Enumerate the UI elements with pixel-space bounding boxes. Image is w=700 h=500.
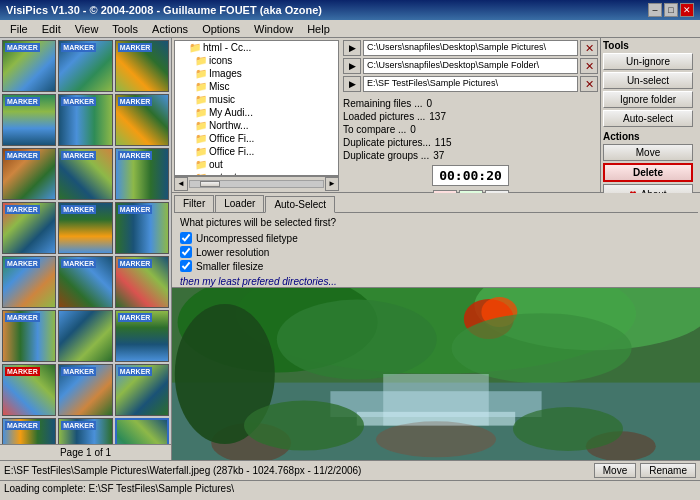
scroll-thumb[interactable] bbox=[200, 181, 220, 187]
status-rename-button[interactable]: Rename bbox=[640, 463, 696, 478]
path-add-button-1[interactable]: ▶ bbox=[343, 40, 361, 56]
thumbnail-item[interactable]: MARKER bbox=[115, 202, 169, 254]
svg-point-7 bbox=[452, 313, 632, 383]
move-button[interactable]: Move bbox=[603, 144, 693, 161]
path-row-3: ▶ E:\SF TestFiles\Sample Pictures\ ✕ bbox=[343, 76, 598, 92]
path-remove-button-1[interactable]: ✕ bbox=[580, 40, 598, 56]
checkbox-row-3: Smaller filesize bbox=[180, 260, 692, 272]
loading-bar: Loading complete: E:\SF TestFiles\Sample… bbox=[0, 480, 700, 496]
folder-list: 📁html - Cc... 📁icons 📁Images 📁Misc 📁musi… bbox=[174, 40, 339, 176]
unselect-button[interactable]: Un-select bbox=[603, 72, 693, 89]
thumbnail-item[interactable]: MARKER bbox=[58, 256, 112, 308]
folder-item[interactable]: 📁Northw... bbox=[175, 119, 338, 132]
checkbox-uncompressed-label: Uncompressed filetype bbox=[196, 233, 298, 244]
menu-actions[interactable]: Actions bbox=[146, 22, 194, 36]
main-content: MARKER MARKER MARKER MARKER MARKER MARKE… bbox=[0, 38, 700, 460]
tabs-container: Filter Loader Auto-Select What pictures … bbox=[172, 193, 700, 287]
path-remove-button-2[interactable]: ✕ bbox=[580, 58, 598, 74]
loaded-label: Loaded pictures ... bbox=[343, 111, 425, 122]
menu-window[interactable]: Window bbox=[248, 22, 299, 36]
tab-loader[interactable]: Loader bbox=[215, 195, 264, 212]
folder-item[interactable]: 📁Images bbox=[175, 67, 338, 80]
thumbnail-panel: MARKER MARKER MARKER MARKER MARKER MARKE… bbox=[0, 38, 172, 460]
thumbnail-item[interactable]: MARKER bbox=[58, 94, 112, 146]
path-add-button-2[interactable]: ▶ bbox=[343, 58, 361, 74]
minimize-button[interactable]: – bbox=[648, 3, 662, 17]
status-move-button[interactable]: Move bbox=[594, 463, 636, 478]
tab-filter[interactable]: Filter bbox=[174, 195, 214, 212]
checkbox-smaller-size-label: Smaller filesize bbox=[196, 261, 263, 272]
folder-item[interactable]: 📁Office Fi... bbox=[175, 145, 338, 158]
ignore-folder-button[interactable]: Ignore folder bbox=[603, 91, 693, 108]
thumbnail-item[interactable]: MARKER bbox=[115, 148, 169, 200]
folder-item[interactable]: 📁html - Cc... bbox=[175, 41, 338, 54]
remaining-value: 0 bbox=[426, 98, 432, 109]
thumbnail-item[interactable]: MARKER bbox=[58, 40, 112, 92]
checkbox-smaller-size[interactable] bbox=[180, 260, 192, 272]
thumbnail-item[interactable] bbox=[58, 310, 112, 362]
menu-view[interactable]: View bbox=[69, 22, 105, 36]
preview-area bbox=[172, 288, 700, 460]
svg-point-17 bbox=[513, 407, 623, 451]
thumbnail-grid: MARKER MARKER MARKER MARKER MARKER MARKE… bbox=[0, 38, 171, 444]
auto-select-tool-button[interactable]: Auto-select bbox=[603, 110, 693, 127]
thumbnail-item[interactable]: MARKER bbox=[58, 364, 112, 416]
checkbox-uncompressed[interactable] bbox=[180, 232, 192, 244]
path-remove-button-3[interactable]: ✕ bbox=[580, 76, 598, 92]
menu-edit[interactable]: Edit bbox=[36, 22, 67, 36]
checkbox-lower-res-label: Lower resolution bbox=[196, 247, 269, 258]
folder-item[interactable]: 📁Misc bbox=[175, 80, 338, 93]
path-row-2: ▶ C:\Users\snapfiles\Desktop\Sample Fold… bbox=[343, 58, 598, 74]
delete-button[interactable]: Delete bbox=[603, 163, 693, 182]
folder-item[interactable]: 📁music bbox=[175, 93, 338, 106]
path-box-2: C:\Users\snapfiles\Desktop\Sample Folder… bbox=[363, 58, 578, 74]
folder-item[interactable]: 📁out bbox=[175, 158, 338, 171]
menu-tools[interactable]: Tools bbox=[106, 22, 144, 36]
thumbnail-item[interactable]: MARKER bbox=[2, 310, 56, 362]
folder-item[interactable]: 📁My Audi... bbox=[175, 106, 338, 119]
checkbox-lower-res[interactable] bbox=[180, 246, 192, 258]
checkbox-row-2: Lower resolution bbox=[180, 246, 692, 258]
menu-file[interactable]: File bbox=[4, 22, 34, 36]
scroll-left-button[interactable]: ◄ bbox=[174, 177, 188, 191]
thumbnail-item[interactable]: MARKER bbox=[58, 148, 112, 200]
thumbnail-item[interactable]: MARKER bbox=[2, 418, 56, 444]
svg-point-12 bbox=[376, 421, 496, 457]
close-button[interactable]: ✕ bbox=[680, 3, 694, 17]
tools-section-label: Tools bbox=[603, 40, 698, 51]
thumbnail-item[interactable]: MARKER bbox=[2, 364, 56, 416]
thumbnail-item[interactable]: MARKER bbox=[2, 40, 56, 92]
scroll-track[interactable] bbox=[189, 180, 324, 188]
thumbnail-item[interactable]: MARKER bbox=[115, 94, 169, 146]
right-panel: 📁html - Cc... 📁icons 📁Images 📁Misc 📁musi… bbox=[172, 38, 700, 460]
window-controls: – □ ✕ bbox=[648, 3, 694, 17]
thumbnail-item[interactable]: MARKER bbox=[115, 364, 169, 416]
remaining-label: Remaining files ... bbox=[343, 98, 422, 109]
thumbnail-item[interactable]: MARKER bbox=[115, 40, 169, 92]
folder-item[interactable]: 📁Office Fi... bbox=[175, 132, 338, 145]
thumbnail-item[interactable]: MARKER bbox=[2, 202, 56, 254]
menu-options[interactable]: Options bbox=[196, 22, 246, 36]
thumbnail-item[interactable]: MARKER bbox=[2, 94, 56, 146]
menu-help[interactable]: Help bbox=[301, 22, 336, 36]
path-box-3: E:\SF TestFiles\Sample Pictures\ bbox=[363, 76, 578, 92]
thumbnail-item[interactable]: MARKER bbox=[115, 256, 169, 308]
thumbnail-item-selected[interactable] bbox=[115, 418, 169, 444]
svg-point-6 bbox=[277, 300, 437, 380]
thumbnail-item[interactable]: MARKER bbox=[2, 148, 56, 200]
thumbnail-item[interactable]: MARKER bbox=[58, 202, 112, 254]
thumbnail-item[interactable]: MARKER bbox=[58, 418, 112, 444]
tab-content-auto-select: What pictures will be selected first? Un… bbox=[174, 213, 698, 291]
dup-groups-value: 37 bbox=[433, 150, 444, 161]
actions-section-label: Actions bbox=[603, 131, 698, 142]
scroll-right-button[interactable]: ► bbox=[325, 177, 339, 191]
unignore-button[interactable]: Un-ignore bbox=[603, 53, 693, 70]
folder-item[interactable]: 📁icons bbox=[175, 54, 338, 67]
page-info: Page 1 of 1 bbox=[0, 444, 171, 460]
thumbnail-item[interactable]: MARKER bbox=[2, 256, 56, 308]
thumbnail-item[interactable]: MARKER bbox=[115, 310, 169, 362]
tab-auto-select[interactable]: Auto-Select bbox=[265, 196, 335, 213]
path-add-button-3[interactable]: ▶ bbox=[343, 76, 361, 92]
horizontal-scrollbar[interactable]: ◄ ► bbox=[174, 176, 339, 190]
maximize-button[interactable]: □ bbox=[664, 3, 678, 17]
